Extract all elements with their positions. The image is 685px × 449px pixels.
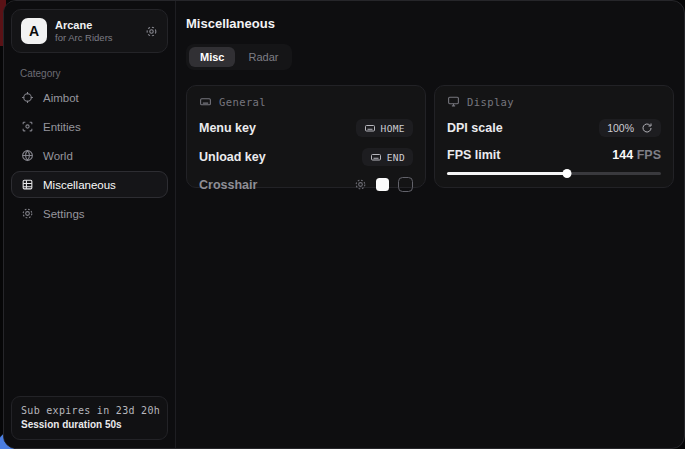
keyboard-icon	[370, 151, 382, 163]
monitor-icon	[447, 95, 460, 108]
crosshair-checkbox[interactable]	[398, 177, 413, 192]
session-duration-text: Session duration 50s	[21, 418, 158, 432]
sidebar-item-miscellaneous[interactable]: Miscellaneous	[11, 171, 168, 198]
fps-limit-row: FPS limit 144 FPS	[447, 148, 661, 162]
sidebar-item-label: Entities	[43, 121, 81, 133]
display-card: Display DPI scale 100% FPS limit	[434, 85, 674, 188]
grid-icon	[21, 178, 34, 191]
dpi-scale-value: 100%	[607, 122, 634, 134]
main-panel: Miscellaneous Misc Radar General Menu ke…	[176, 1, 685, 448]
menu-key-row: Menu key HOME	[199, 119, 413, 137]
crosshair-label: Crosshair	[199, 178, 257, 192]
globe-icon	[21, 149, 34, 162]
fps-limit-unit: FPS	[633, 148, 661, 162]
slider-fill	[447, 172, 567, 175]
sidebar-nav: Aimbot Entities World	[11, 84, 168, 227]
tab-radar[interactable]: Radar	[237, 47, 289, 67]
keyboard-icon	[364, 122, 376, 134]
unload-key-bind-button[interactable]: END	[362, 148, 413, 166]
tab-misc[interactable]: Misc	[189, 47, 235, 67]
sub-expires-text: Sub expires in 23d 20h	[21, 404, 158, 418]
slider-thumb[interactable]	[562, 169, 571, 178]
dpi-scale-row: DPI scale 100%	[447, 119, 661, 137]
sidebar-item-label: World	[43, 150, 73, 162]
unload-key-value: END	[387, 152, 405, 163]
fps-limit-label: FPS limit	[447, 148, 500, 162]
fps-limit-value: 144	[612, 148, 633, 162]
subscription-card: Sub expires in 23d 20h Session duration …	[11, 396, 168, 440]
category-label: Category	[20, 68, 168, 79]
sidebar-item-settings[interactable]: Settings	[11, 200, 168, 227]
crosshair-icon	[21, 91, 34, 104]
sidebar-item-label: Aimbot	[43, 92, 79, 104]
spinner-gear-icon[interactable]	[145, 25, 158, 38]
card-title: General	[219, 96, 266, 108]
tab-group: Misc Radar	[186, 44, 292, 70]
sidebar: A Arcane for Arc Riders Category	[4, 1, 176, 448]
crosshair-color-swatch[interactable]	[376, 178, 389, 191]
general-card: General Menu key HOME Unload key	[186, 85, 426, 188]
settings-cards: General Menu key HOME Unload key	[186, 85, 674, 188]
page-title: Miscellaneous	[186, 16, 674, 31]
sidebar-item-label: Settings	[43, 208, 85, 220]
fps-limit-slider[interactable]	[447, 170, 661, 177]
gear-icon	[21, 207, 34, 220]
brand-subtitle: for Arc Riders	[55, 32, 137, 44]
brand-name: Arcane	[55, 19, 137, 32]
sidebar-item-aimbot[interactable]: Aimbot	[11, 84, 168, 111]
menu-key-value: HOME	[381, 123, 405, 134]
app-logo: A	[21, 18, 47, 44]
brand-card: A Arcane for Arc Riders	[11, 9, 168, 53]
dpi-scale-control[interactable]: 100%	[599, 119, 661, 137]
card-title: Display	[467, 96, 514, 108]
sidebar-item-label: Miscellaneous	[43, 179, 116, 191]
unload-key-row: Unload key END	[199, 148, 413, 166]
menu-key-label: Menu key	[199, 121, 256, 135]
refresh-icon[interactable]	[641, 122, 653, 134]
sidebar-item-entities[interactable]: Entities	[11, 113, 168, 140]
unload-key-label: Unload key	[199, 150, 266, 164]
menu-key-bind-button[interactable]: HOME	[356, 119, 413, 137]
keyboard-icon	[199, 95, 212, 108]
crosshair-row: Crosshair	[199, 177, 413, 192]
dpi-scale-label: DPI scale	[447, 121, 503, 135]
crosshair-settings-gear-icon[interactable]	[354, 178, 367, 191]
sidebar-item-world[interactable]: World	[11, 142, 168, 169]
scan-icon	[21, 120, 34, 133]
app-window: A Arcane for Arc Riders Category	[3, 0, 685, 449]
